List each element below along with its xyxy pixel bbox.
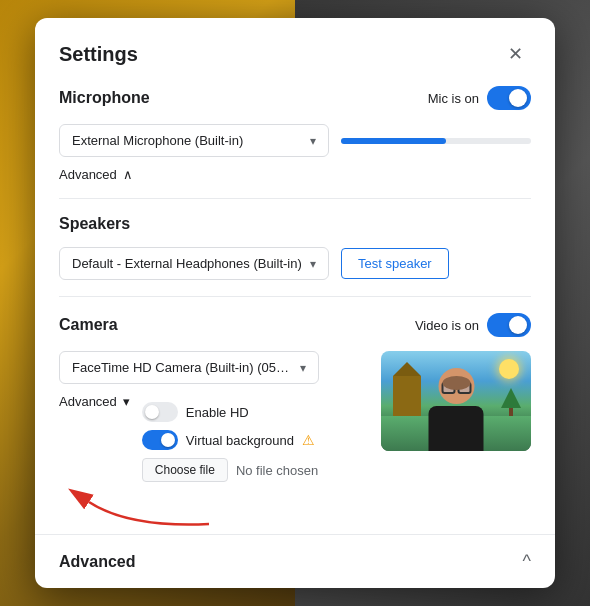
- bottom-advanced-label: Advanced: [59, 553, 135, 571]
- no-file-text: No file chosen: [236, 463, 318, 478]
- divider-1: [59, 198, 531, 199]
- speakers-device-text: Default - External Headphones (Built-in): [72, 256, 302, 271]
- tree-trunk: [509, 408, 513, 416]
- file-choose-row: Choose file No file chosen: [142, 458, 318, 482]
- camera-advanced-label: Advanced: [59, 394, 117, 409]
- divider-2: [59, 296, 531, 297]
- preview-person: [429, 368, 484, 451]
- mic-advanced-chevron: ∧: [123, 167, 133, 182]
- camera-device-text: FaceTime HD Camera (Built-in) (05ac:8514…: [72, 360, 292, 375]
- camera-toggle[interactable]: [487, 313, 531, 337]
- camera-device-row: FaceTime HD Camera (Built-in) (05ac:8514…: [59, 351, 365, 384]
- speakers-device-dropdown[interactable]: Default - External Headphones (Built-in)…: [59, 247, 329, 280]
- arrow-container: [59, 484, 365, 528]
- camera-controls: FaceTime HD Camera (Built-in) (05ac:8514…: [59, 351, 365, 528]
- virtual-bg-row: Virtual background ⚠: [142, 430, 318, 450]
- camera-toggle-label: Video is on: [415, 318, 479, 333]
- test-speaker-button[interactable]: Test speaker: [341, 248, 449, 279]
- modal-body: Microphone Mic is on External Microphone…: [35, 86, 555, 534]
- mic-toggle[interactable]: [487, 86, 531, 110]
- bottom-advanced-section[interactable]: Advanced ^: [35, 534, 555, 588]
- camera-advanced-options: Enable HD Virtual background ⚠: [142, 402, 318, 482]
- tree-top: [501, 388, 521, 408]
- mic-device-dropdown[interactable]: External Microphone (Built-in) ▾: [59, 124, 329, 157]
- speakers-device-row: Default - External Headphones (Built-in)…: [59, 247, 531, 280]
- virtual-bg-slider: [142, 430, 178, 450]
- close-icon: ✕: [508, 43, 523, 65]
- camera-preview: [381, 351, 531, 451]
- mic-toggle-slider: [487, 86, 531, 110]
- enable-hd-slider: [142, 402, 178, 422]
- bottom-advanced-chevron: ^: [523, 551, 531, 572]
- mic-volume-fill: [341, 138, 446, 144]
- settings-modal: Settings ✕ Microphone Mic is on External…: [35, 18, 555, 588]
- camera-dropdown-chevron: ▾: [300, 361, 306, 375]
- speakers-dropdown-chevron: ▾: [310, 257, 316, 271]
- close-button[interactable]: ✕: [499, 38, 531, 70]
- glass-lens-right: [457, 382, 471, 394]
- person-head: [438, 368, 474, 404]
- mic-toggle-label: Mic is on: [428, 91, 479, 106]
- mic-device-row: External Microphone (Built-in) ▾: [59, 124, 531, 157]
- camera-advanced-row[interactable]: Advanced ▾: [59, 394, 130, 409]
- red-arrow-svg: [49, 484, 229, 528]
- speakers-title: Speakers: [59, 215, 130, 233]
- enable-hd-row: Enable HD: [142, 402, 318, 422]
- mic-volume-bar: [341, 138, 531, 144]
- modal-title: Settings: [59, 43, 138, 66]
- enable-hd-label: Enable HD: [186, 405, 249, 420]
- modal-header: Settings ✕: [35, 18, 555, 86]
- mic-dropdown-chevron: ▾: [310, 134, 316, 148]
- choose-file-button[interactable]: Choose file: [142, 458, 228, 482]
- speakers-section-header: Speakers: [59, 215, 531, 233]
- microphone-section-header: Microphone Mic is on: [59, 86, 531, 110]
- camera-title: Camera: [59, 316, 118, 334]
- camera-advanced-chevron: ▾: [123, 394, 130, 409]
- enable-hd-toggle[interactable]: [142, 402, 178, 422]
- camera-toggle-container: Video is on: [415, 313, 531, 337]
- mic-device-text: External Microphone (Built-in): [72, 133, 302, 148]
- mic-toggle-container: Mic is on: [428, 86, 531, 110]
- mic-advanced-row[interactable]: Advanced ∧: [59, 167, 531, 182]
- camera-toggle-slider: [487, 313, 531, 337]
- camera-section: Camera Video is on FaceTime HD Camera (B…: [59, 313, 531, 528]
- preview-tree: [501, 388, 521, 416]
- camera-content: FaceTime HD Camera (Built-in) (05ac:8514…: [59, 351, 531, 528]
- microphone-title: Microphone: [59, 89, 150, 107]
- person-glasses: [441, 382, 471, 394]
- preview-building: [393, 376, 421, 416]
- camera-device-dropdown[interactable]: FaceTime HD Camera (Built-in) (05ac:8514…: [59, 351, 319, 384]
- camera-section-header: Camera Video is on: [59, 313, 531, 337]
- preview-sun: [499, 359, 519, 379]
- mic-advanced-label: Advanced: [59, 167, 117, 182]
- virtual-bg-label: Virtual background: [186, 433, 294, 448]
- virtual-bg-toggle[interactable]: [142, 430, 178, 450]
- glass-lens-left: [441, 382, 455, 394]
- person-body: [429, 406, 484, 451]
- warning-icon: ⚠: [302, 432, 315, 448]
